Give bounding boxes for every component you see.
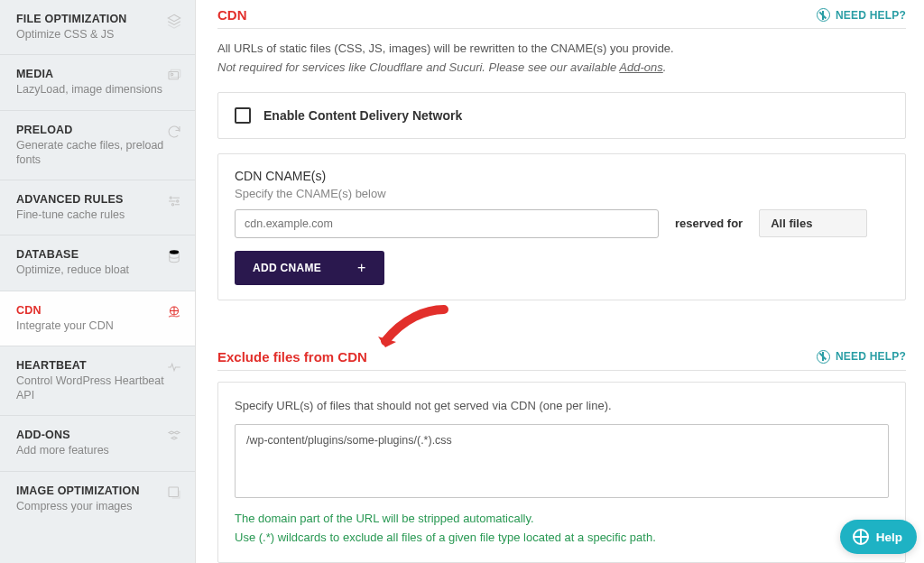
sidebar-item-file-optimization[interactable]: FILE OPTIMIZATION Optimize CSS & JS — [0, 0, 195, 55]
sidebar: FILE OPTIMIZATION Optimize CSS & JS MEDI… — [0, 0, 196, 563]
lifebuoy-icon — [817, 350, 830, 364]
add-ons-link[interactable]: Add-ons — [619, 60, 662, 74]
svg-point-3 — [170, 197, 171, 198]
cname-box: CDN CNAME(s) Specify the CNAME(s) below … — [217, 153, 906, 300]
sidebar-item-media[interactable]: MEDIA LazyLoad, image dimensions — [0, 55, 195, 110]
nav-sub: Integrate your CDN — [16, 318, 180, 333]
need-help-label: NEED HELP? — [836, 350, 906, 363]
help-fab-label: Help — [876, 531, 902, 544]
sidebar-item-add-ons[interactable]: ADD-ONS Add more features — [0, 416, 195, 471]
svg-point-4 — [177, 200, 179, 202]
add-cname-button[interactable]: ADD CNAME + — [235, 251, 384, 285]
reserved-for-label: reserved for — [675, 217, 743, 230]
exclude-box: Specify URL(s) of files that should not … — [217, 382, 906, 563]
svg-rect-8 — [169, 487, 179, 497]
svg-point-5 — [171, 204, 173, 206]
nav-title: ADVANCED RULES — [16, 193, 180, 206]
database-icon — [166, 248, 182, 264]
nav-sub: Control WordPress Heartbeat API — [16, 374, 180, 403]
sidebar-item-advanced-rules[interactable]: ADVANCED RULES Fine-tune cache rules — [0, 180, 195, 235]
nav-title: PRELOAD — [16, 124, 180, 136]
nav-sub: Generate cache files, preload fonts — [16, 138, 180, 168]
heartbeat-icon — [166, 359, 182, 375]
section-title: Exclude files from CDN — [217, 349, 367, 365]
enable-cdn-box: Enable Content Delivery Network — [217, 92, 906, 139]
layers-icon — [166, 13, 182, 29]
reserved-for-select[interactable]: All files — [759, 209, 867, 237]
nav-sub: Fine-tune cache rules — [16, 208, 180, 222]
sidebar-item-cdn[interactable]: CDN Integrate your CDN — [0, 291, 195, 346]
nav-title: HEARTBEAT — [16, 359, 180, 372]
nav-title: MEDIA — [16, 68, 180, 80]
section-title: CDN — [217, 7, 247, 23]
nav-title: IMAGE OPTIMIZATION — [16, 485, 180, 497]
nav-sub: Optimize CSS & JS — [16, 27, 180, 42]
sidebar-item-preload[interactable]: PRELOAD Generate cache files, preload fo… — [0, 111, 195, 181]
help-fab-button[interactable]: Help — [840, 520, 917, 554]
exclude-files-textarea[interactable] — [235, 424, 889, 498]
lifebuoy-icon — [817, 8, 830, 22]
nav-title: FILE OPTIMIZATION — [16, 13, 180, 25]
enable-cdn-label: Enable Content Delivery Network — [263, 108, 462, 123]
globe-icon — [166, 304, 182, 320]
main-content: CDN NEED HELP? All URLs of static files … — [196, 0, 924, 563]
svg-rect-0 — [169, 72, 179, 79]
svg-point-2 — [171, 74, 173, 76]
need-help-link[interactable]: NEED HELP? — [817, 8, 906, 22]
exclude-hint: The domain part of the URL will be strip… — [235, 510, 889, 548]
nav-title: DATABASE — [16, 248, 180, 261]
section-header-cdn: CDN NEED HELP? — [217, 0, 906, 29]
nav-sub: Optimize, reduce bloat — [16, 263, 180, 277]
images-icon — [166, 68, 182, 84]
nav-sub: LazyLoad, image dimensions — [16, 82, 180, 97]
sliders-icon — [166, 193, 182, 209]
svg-point-6 — [170, 251, 180, 255]
cdn-description-note: Not required for services like Cloudflar… — [217, 59, 906, 78]
plus-icon: + — [357, 260, 366, 276]
exclude-description: Specify URL(s) of files that should not … — [235, 397, 889, 416]
nav-title: CDN — [16, 304, 180, 317]
sidebar-item-image-optimization[interactable]: IMAGE OPTIMIZATION Compress your images — [0, 472, 195, 526]
nav-sub: Add more features — [16, 443, 180, 457]
cname-input[interactable] — [235, 209, 659, 238]
compress-image-icon — [166, 485, 182, 501]
cdn-description: All URLs of static files (CSS, JS, image… — [217, 40, 906, 59]
sidebar-item-database[interactable]: DATABASE Optimize, reduce bloat — [0, 235, 195, 291]
nav-sub: Compress your images — [16, 499, 180, 513]
need-help-link[interactable]: NEED HELP? — [817, 350, 906, 364]
enable-cdn-checkbox[interactable] — [235, 107, 251, 124]
lifebuoy-icon — [853, 529, 869, 545]
sidebar-item-heartbeat[interactable]: HEARTBEAT Control WordPress Heartbeat AP… — [0, 346, 195, 417]
nav-title: ADD-ONS — [16, 429, 180, 441]
refresh-icon — [166, 124, 182, 140]
cname-sub: Specify the CNAME(s) below — [235, 187, 889, 200]
need-help-label: NEED HELP? — [836, 9, 906, 22]
cname-title: CDN CNAME(s) — [235, 169, 889, 183]
cubes-icon — [166, 429, 182, 445]
add-cname-label: ADD CNAME — [253, 262, 321, 274]
section-header-exclude: Exclude files from CDN NEED HELP? — [217, 342, 906, 371]
